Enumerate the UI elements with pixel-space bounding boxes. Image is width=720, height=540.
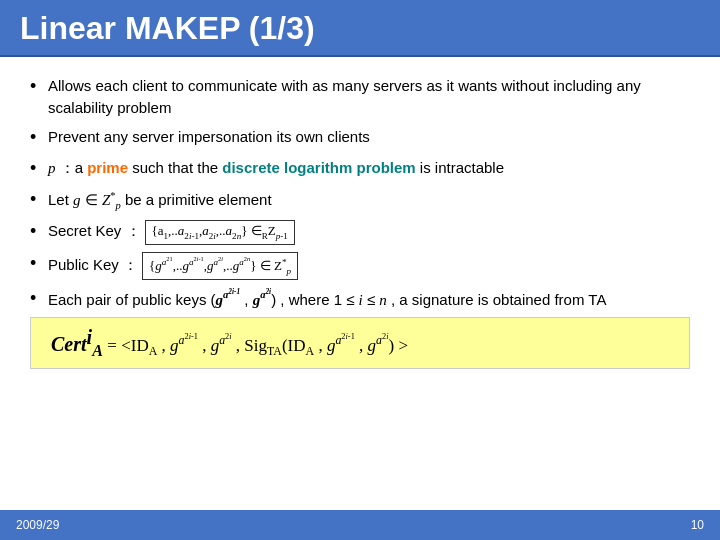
list-item: • Allows each client to communicate with… [30,75,690,119]
list-item: • p ：a prime such that the discrete loga… [30,157,690,181]
list-item: • Secret Key ：{a1,..a2i-1,a2i,..a2n} ∈RZ… [30,220,690,245]
cert-bar: CertiA = <IDA , ga2i-1 , ga2i , SigTA(ID… [30,317,690,369]
footer-date: 2009/29 [16,518,59,532]
prime-highlight: prime [87,159,128,176]
bullet-text-1: Allows each client to communicate with a… [48,75,690,119]
content-area: • Allows each client to communicate with… [0,57,720,510]
bullet-text-7: Each pair of public keys (ga2i-1 , ga2i)… [48,287,690,311]
footer-page: 10 [691,518,704,532]
bullet-dot: • [30,250,48,276]
bullet-text-4: Let g ∈ Z*p be a primitive element [48,188,690,213]
cert-sub-a: A [92,345,103,359]
bullet-dot: • [30,285,48,311]
bullet-dot: • [30,155,48,181]
list-item: • Let g ∈ Z*p be a primitive element [30,188,690,213]
list-item: • Each pair of public keys (ga2i-1 , ga2… [30,287,690,311]
bullet-dot: • [30,124,48,150]
dlp-highlight: discrete logarithm problem [222,159,415,176]
bullet-text-6: Public Key ：{ga21,..ga2i-1,ga2i,..ga2n} … [48,252,690,280]
bottom-bar: 2009/29 10 [0,510,720,540]
list-item: • Public Key ：{ga21,..ga2i-1,ga2i,..ga2n… [30,252,690,280]
title-bar: Linear MAKEP (1/3) [0,0,720,57]
bullet-text-3: p ：a prime such that the discrete logari… [48,157,690,180]
bullet-list: • Allows each client to communicate with… [30,75,690,311]
bullet-dot: • [30,218,48,244]
cert-eq: = <IDA , ga2i-1 , ga2i , SigTA(IDA , ga2… [107,336,408,355]
slide-title: Linear MAKEP (1/3) [20,10,315,46]
bullet-text-2: Prevent any server impersonation its own… [48,126,690,148]
bullet-dot: • [30,186,48,212]
public-key-box: {ga21,..ga2i-1,ga2i,..ga2n} ∈ Z*p [142,252,298,280]
secret-key-box: {a1,..a2i-1,a2i,..a2n} ∈RZp-1 [145,220,295,245]
cert-label: Cert [51,333,87,355]
list-item: • Prevent any server impersonation its o… [30,126,690,150]
bullet-dot: • [30,73,48,99]
bullet-text-5: Secret Key ：{a1,..a2i-1,a2i,..a2n} ∈RZp-… [48,220,690,245]
slide-container: Linear MAKEP (1/3) • Allows each client … [0,0,720,540]
